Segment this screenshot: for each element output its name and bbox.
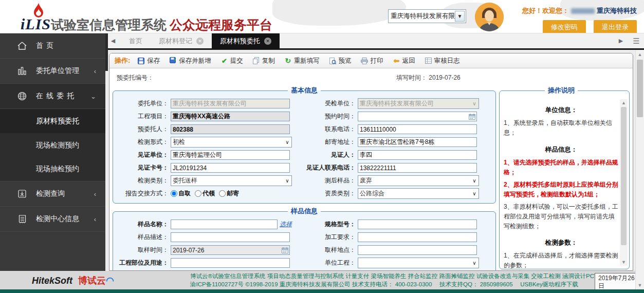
handover-opt-label: 邮寄 [227, 189, 239, 198]
appoint-time-field[interactable] [358, 112, 477, 121]
back-arrow-icon: ⬅ [393, 57, 400, 65]
welcome-company: 重庆海特科技 [597, 7, 637, 14]
back-button[interactable]: ⬅ 返回 [393, 57, 415, 65]
tab-home[interactable]: 首页 [121, 33, 151, 48]
qualification-select[interactable]: 公路综合∨ [358, 188, 479, 199]
client-unit-label: 委托单位： [117, 99, 171, 108]
sidebar: 首页 委托单位管理 ‹ 在线委托 ⌄ 原材料预委托 现场检测预约 现场抽检预约 … [0, 33, 105, 271]
help-heading: 样品信息： [504, 145, 619, 155]
scrollbar-thumb[interactable] [621, 107, 627, 245]
project-part-label: 工程部位及用途： [117, 259, 171, 267]
globe-icon [16, 91, 28, 101]
handover-radio-agent[interactable] [195, 190, 201, 197]
scrollbar-thumb[interactable] [637, 60, 643, 117]
test-form-value: 初检 [171, 138, 283, 146]
project-field[interactable] [171, 112, 290, 121]
sidebar-subitem-site-sampling[interactable]: 现场抽检预约 [0, 157, 105, 181]
basic-info-legend: 基本信息 [288, 86, 321, 95]
chevron-down-icon[interactable]: ▼ [455, 11, 465, 22]
witness-phone-field[interactable] [358, 163, 477, 173]
tab-raw-material-register[interactable]: 原材料登记 ✕ [151, 33, 212, 48]
boshiyun-logo-text: 博试云 [78, 276, 106, 286]
sidebar-subitem-raw-material-pre[interactable]: 原材料预委托 [0, 109, 105, 133]
spec-label: 规格型号： [304, 220, 358, 229]
handover-radio-mail[interactable] [219, 190, 226, 197]
inspected-unit-select[interactable]: 重庆海特科技发展有限公司∨ [358, 98, 479, 109]
client-unit-field[interactable] [171, 99, 290, 108]
page-scrollbar[interactable]: ▲ ▼ [635, 50, 644, 289]
mail-address-field[interactable] [358, 137, 477, 147]
tab-scroll-right-icon[interactable]: ▶ [613, 38, 629, 44]
company-select[interactable]: 重庆海特科技发展有限公司 ▼ [388, 9, 466, 23]
preview-button[interactable]: 预览 [329, 57, 352, 65]
audit-log-button[interactable]: 审核日志 [425, 57, 460, 65]
help-item: 1、系统登录后，自动获取本单位相关信息； [504, 118, 619, 137]
unit-project-select[interactable]: ∨ [358, 258, 479, 268]
help-content: 单位信息： 1、系统登录后，自动获取本单位相关信息； 样品信息： 1、请先选择预… [504, 105, 619, 269]
copy-button[interactable]: 复制 [252, 57, 275, 65]
save-and-new-button[interactable]: 保存并新增 [169, 57, 211, 65]
test-form-select[interactable]: 初检∨ [171, 137, 292, 148]
logout-button[interactable]: 退出登录 [594, 20, 637, 33]
chevron-down-icon: ∨ [470, 101, 479, 106]
sidebar-item-label: 现场检测预约 [36, 141, 79, 150]
sample-info-section: 样品信息 样品名称：选择 规格型号： 样品描述： 加工要求： 取样时间： 取样地… [113, 207, 496, 271]
change-password-button[interactable]: 修改密码 [543, 20, 586, 33]
sidebar-item-home[interactable]: 首页 [0, 33, 105, 59]
save-button[interactable]: 保存 [137, 57, 160, 65]
rewrite-button[interactable]: ↻ 重新填写 [284, 57, 320, 65]
choose-sample-link[interactable]: 选择 [280, 220, 292, 229]
chevron-left-icon: ‹ [94, 215, 96, 223]
chevron-down-icon: ∨ [470, 260, 479, 266]
print-label: 打印 [371, 57, 383, 65]
username-redacted [571, 8, 595, 14]
after-sample-value: 废弃 [358, 176, 470, 185]
sidebar-subitem-site-test[interactable]: 现场检测预约 [0, 133, 105, 157]
calendar-icon[interactable] [469, 114, 475, 120]
tab-raw-material-pre[interactable]: 原材料预委托 ✕ [212, 33, 280, 48]
tab-list-icon[interactable]: ☰ [629, 36, 644, 46]
sample-name-field[interactable] [171, 219, 278, 229]
scroll-down-icon[interactable]: ▼ [620, 259, 628, 266]
sidebar-item-query[interactable]: 检测查询 ‹ [0, 181, 105, 207]
handover-opt-label: 代领 [203, 189, 215, 198]
footer-logo: HitekSoft 博试云◠ [32, 274, 114, 287]
help-title: 操作说明 [545, 86, 578, 95]
audit-label: 审核日志 [434, 57, 460, 65]
witness-card-field[interactable] [171, 163, 290, 173]
inspected-unit-label: 受检单位： [304, 99, 358, 108]
witness-phone-label: 见证人联系电话： [304, 163, 358, 172]
submit-button[interactable]: ✔ 提交 [220, 57, 243, 65]
project-part-field[interactable] [171, 258, 290, 268]
scroll-down-icon[interactable]: ▼ [636, 281, 644, 289]
copy-icon [252, 57, 260, 65]
user-avatar[interactable] [475, 3, 504, 31]
spec-field[interactable] [358, 219, 477, 229]
sidebar-item-online-commission[interactable]: 在线委托 ⌄ [0, 84, 105, 109]
sample-desc-field[interactable] [171, 232, 290, 242]
print-button[interactable]: 打印 [361, 57, 383, 65]
test-category-value: 委托送样 [171, 176, 283, 185]
phone-field[interactable] [358, 124, 477, 134]
after-sample-select[interactable]: 废弃∨ [358, 175, 479, 186]
process-req-field[interactable] [358, 232, 477, 242]
back-label: 返回 [402, 57, 415, 65]
sampling-place-field[interactable] [358, 245, 477, 255]
sidebar-item-label: 原材料预委托 [36, 117, 79, 126]
help-scrollbar[interactable]: ▲ ▼ [620, 99, 628, 266]
sidebar-item-client-mgmt[interactable]: 委托单位管理 ‹ [0, 59, 105, 84]
handover-radio-selfpick[interactable] [171, 190, 177, 197]
calendar-icon[interactable] [282, 247, 288, 253]
pre-commission-no-label: 预委托编号： [117, 74, 154, 82]
close-icon[interactable]: ✕ [264, 38, 271, 45]
test-category-select[interactable]: 委托送样∨ [171, 175, 292, 186]
scroll-up-icon[interactable]: ▲ [636, 50, 644, 59]
close-icon[interactable]: ✕ [196, 38, 204, 45]
help-item-important: 2、原材料委托多组时原则上应按单组分别填写预委托，检测组数默认为1组； [504, 180, 619, 199]
witness-unit-field[interactable] [171, 150, 290, 160]
sidebar-item-center-info[interactable]: 检测中心信息 ‹ [0, 207, 105, 232]
witness-field[interactable] [358, 150, 477, 160]
scroll-up-icon[interactable]: ▲ [620, 99, 628, 106]
pre-person-field[interactable] [171, 124, 290, 134]
sampling-time-field[interactable] [171, 245, 290, 255]
